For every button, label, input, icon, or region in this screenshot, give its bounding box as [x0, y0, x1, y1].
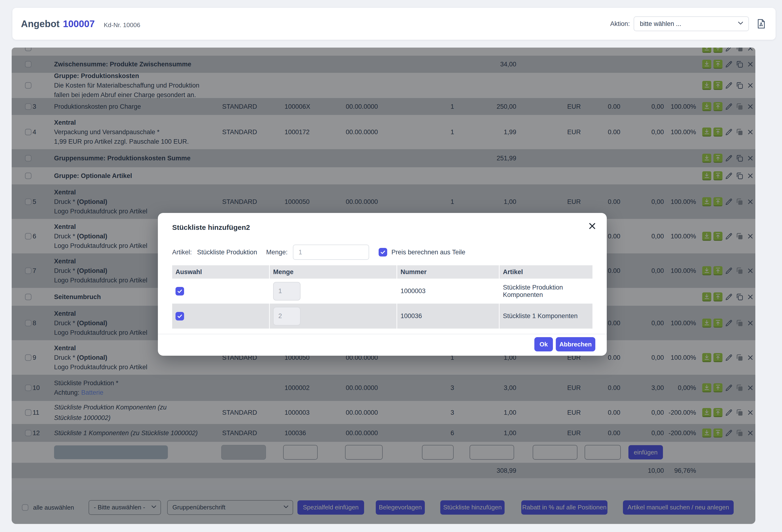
column-header: Menge [270, 265, 397, 278]
document-number: 100007 [63, 18, 95, 29]
action-select-value: bitte wählen ... [640, 20, 681, 28]
price-from-parts-checkbox[interactable] [379, 248, 387, 257]
modal-divider [158, 334, 607, 334]
chevron-down-icon [737, 20, 744, 28]
bom-part-row: 1000003 Stückliste Produktion Komponente… [172, 278, 593, 304]
document-type-label: Angebot [21, 18, 60, 29]
part-checkbox[interactable] [176, 287, 184, 296]
part-name: Stückliste Produktion Komponenten [503, 284, 593, 299]
action-label: Aktion: [610, 20, 630, 28]
add-bom-modal: Stückliste hinzufügen2 Artikel: Stücklis… [158, 213, 607, 356]
close-icon[interactable] [588, 222, 597, 231]
column-header: Auswahl [172, 265, 270, 278]
part-name: Stückliste 1 Komponenten [503, 312, 578, 320]
part-checkbox[interactable] [176, 312, 184, 320]
part-qty-input[interactable] [273, 282, 300, 301]
page: Angebot 100007 Kd-Nr. 10006 Aktion: bitt… [0, 0, 782, 532]
part-qty-input[interactable] [273, 307, 300, 326]
cancel-button[interactable]: Abbrechen [556, 337, 595, 351]
menge-input[interactable] [293, 244, 369, 260]
column-header: Nummer [397, 265, 500, 278]
artikel-value: Stückliste Produktion [197, 249, 257, 256]
pdf-export-icon[interactable] [755, 17, 767, 31]
bom-parts-table: Auswahl Menge Nummer Artikel 1000003 Stü… [172, 265, 593, 329]
modal-title: Stückliste hinzufügen2 [172, 223, 250, 231]
artikel-label: Artikel: [172, 249, 192, 256]
menge-label: Menge: [266, 249, 288, 256]
part-number: 1000003 [400, 288, 426, 295]
part-number: 100036 [400, 312, 422, 320]
bom-part-row: 100036 Stückliste 1 Komponenten [172, 304, 593, 329]
customer-number-label: Kd-Nr. 10006 [104, 22, 140, 29]
page-title: Angebot 100007 Kd-Nr. 10006 [21, 18, 140, 29]
column-header: Artikel [500, 265, 593, 278]
page-header: Angebot 100007 Kd-Nr. 10006 Aktion: bitt… [12, 8, 776, 40]
price-from-parts-label: Preis berechnen aus Teile [391, 249, 465, 256]
action-select[interactable]: bitte wählen ... [634, 16, 749, 31]
bom-table-header: Auswahl Menge Nummer Artikel [172, 265, 593, 278]
ok-button[interactable]: Ok [534, 337, 553, 351]
